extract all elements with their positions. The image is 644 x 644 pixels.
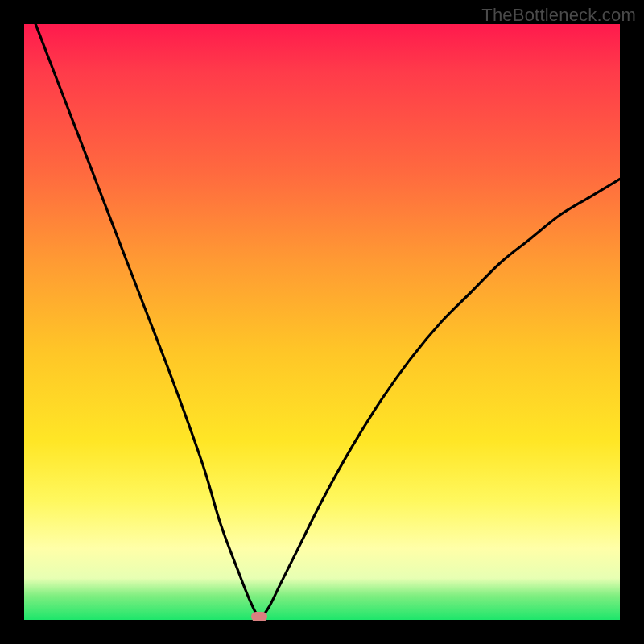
chart-frame: TheBottleneck.com bbox=[0, 0, 644, 644]
bottleneck-curve bbox=[24, 24, 620, 620]
minimum-marker bbox=[251, 612, 267, 621]
watermark-text: TheBottleneck.com bbox=[481, 5, 636, 26]
plot-area bbox=[24, 24, 620, 620]
